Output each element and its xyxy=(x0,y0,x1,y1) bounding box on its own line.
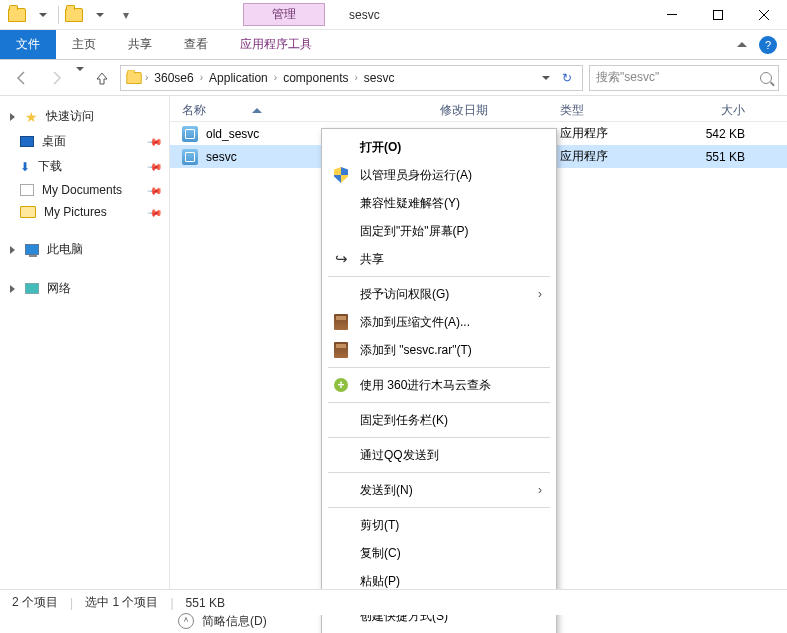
desktop-icon xyxy=(20,136,34,147)
ribbon-tab-home[interactable]: 主页 xyxy=(56,30,112,59)
ctx-qq-send[interactable]: 通过QQ发送到 xyxy=(322,441,556,469)
arrow-right-icon xyxy=(48,70,64,86)
ctx-send-to[interactable]: 发送到(N) › xyxy=(322,476,556,504)
file-size: 542 KB xyxy=(676,127,775,141)
nav-history-dropdown[interactable] xyxy=(76,71,84,85)
ctx-pin-start[interactable]: 固定到"开始"屏幕(P) xyxy=(322,217,556,245)
maximize-button[interactable] xyxy=(695,0,741,30)
chevron-right-icon: › xyxy=(274,72,277,83)
pin-icon: 📌 xyxy=(147,204,163,220)
archive-icon xyxy=(334,314,348,330)
sidebar-item-my-pictures[interactable]: My Pictures 📌 xyxy=(0,201,169,223)
ctx-label: 复制(C) xyxy=(360,545,401,562)
search-input[interactable]: 搜索"sesvc" xyxy=(589,65,779,91)
column-header-size[interactable]: 大小 xyxy=(676,102,775,119)
menu-separator xyxy=(328,437,550,438)
sidebar-item-desktop[interactable]: 桌面 📌 xyxy=(0,129,169,154)
menu-separator xyxy=(328,276,550,277)
refresh-icon[interactable]: ↻ xyxy=(556,71,578,85)
column-headers: 名称 修改日期 类型 大小 xyxy=(170,96,787,122)
ctx-label: 使用 360进行木马云查杀 xyxy=(360,377,491,394)
details-toggle[interactable]: ＾ 简略信息(D) xyxy=(178,609,267,633)
share-icon: ↪ xyxy=(332,250,350,268)
breadcrumb-seg-1[interactable]: Application xyxy=(205,71,272,85)
column-header-type[interactable]: 类型 xyxy=(560,102,676,119)
chevron-right-icon: › xyxy=(355,72,358,83)
star-icon: ★ xyxy=(25,109,38,125)
ctx-label: 添加到 "sesvc.rar"(T) xyxy=(360,342,472,359)
file-name: old_sesvc xyxy=(206,127,259,141)
sidebar-item-my-documents[interactable]: My Documents 📌 xyxy=(0,179,169,201)
sidebar-item-network[interactable]: 网络 xyxy=(0,276,169,301)
ctx-grant-access[interactable]: 授予访问权限(G) › xyxy=(322,280,556,308)
nav-up-button[interactable] xyxy=(90,66,114,90)
contextual-tab-manage[interactable]: 管理 xyxy=(243,3,325,26)
nav-back-button[interactable] xyxy=(8,64,36,92)
qat-folder-icon-2[interactable] xyxy=(63,4,85,26)
ctx-share[interactable]: ↪ 共享 xyxy=(322,245,556,273)
svg-rect-1 xyxy=(714,10,723,19)
nav-forward-button[interactable] xyxy=(42,64,70,92)
ribbon-collapse-icon[interactable] xyxy=(737,42,747,47)
ribbon-tab-share[interactable]: 共享 xyxy=(112,30,168,59)
file-size: 551 KB xyxy=(676,150,775,164)
sidebar-item-label: 下载 xyxy=(38,158,62,175)
qat-dropdown-1[interactable] xyxy=(32,4,54,26)
ribbon-tab-view[interactable]: 查看 xyxy=(168,30,224,59)
ctx-add-to-archive[interactable]: 添加到压缩文件(A)... xyxy=(322,308,556,336)
ribbon-tab-app-tools[interactable]: 应用程序工具 xyxy=(224,30,328,59)
window-title: sesvc xyxy=(349,8,380,22)
help-icon[interactable]: ? xyxy=(759,36,777,54)
antivirus-icon xyxy=(334,378,348,392)
ctx-run-as-admin[interactable]: 以管理员身份运行(A) xyxy=(322,161,556,189)
sort-asc-icon xyxy=(252,108,262,113)
ctx-scan-360[interactable]: 使用 360进行木马云查杀 xyxy=(322,371,556,399)
menu-separator xyxy=(328,507,550,508)
ctx-label: 发送到(N) xyxy=(360,482,413,499)
ctx-open[interactable]: 打开(O) xyxy=(322,133,556,161)
qat-customize[interactable]: ▾ xyxy=(115,4,137,26)
sidebar-item-quick-access[interactable]: ★ 快速访问 xyxy=(0,104,169,129)
breadcrumb-dropdown[interactable] xyxy=(538,76,554,80)
computer-icon xyxy=(25,244,39,255)
status-selected-size: 551 KB xyxy=(186,596,225,610)
ctx-cut[interactable]: 剪切(T) xyxy=(322,511,556,539)
column-header-date[interactable]: 修改日期 xyxy=(440,102,560,119)
ctx-label: 授予访问权限(G) xyxy=(360,286,449,303)
ctx-add-to-rar[interactable]: 添加到 "sesvc.rar"(T) xyxy=(322,336,556,364)
ribbon-tab-file[interactable]: 文件 xyxy=(0,30,56,59)
column-label: 名称 xyxy=(182,102,206,119)
ctx-label: 固定到"开始"屏幕(P) xyxy=(360,223,469,240)
chevron-right-icon: › xyxy=(200,72,203,83)
breadcrumb-seg-2[interactable]: components xyxy=(279,71,352,85)
ctx-pin-taskbar[interactable]: 固定到任务栏(K) xyxy=(322,406,556,434)
menu-separator xyxy=(328,367,550,368)
file-name: sesvc xyxy=(206,150,237,164)
search-icon xyxy=(760,72,772,84)
qat-dropdown-2[interactable] xyxy=(89,4,111,26)
sidebar-item-downloads[interactable]: ⬇ 下载 📌 xyxy=(0,154,169,179)
search-placeholder: 搜索"sesvc" xyxy=(596,69,659,86)
chevron-right-icon: › xyxy=(538,287,542,301)
sidebar-item-label: 快速访问 xyxy=(46,108,94,125)
details-toggle-label: 简略信息(D) xyxy=(202,613,267,630)
context-menu: 打开(O) 以管理员身份运行(A) 兼容性疑难解答(Y) 固定到"开始"屏幕(P… xyxy=(321,128,557,633)
breadcrumb-seg-3[interactable]: sesvc xyxy=(360,71,399,85)
minimize-button[interactable] xyxy=(649,0,695,30)
ctx-label: 固定到任务栏(K) xyxy=(360,412,448,429)
column-header-name[interactable]: 名称 xyxy=(182,102,440,119)
pin-icon: 📌 xyxy=(147,133,163,149)
breadcrumb-folder-icon xyxy=(126,72,141,84)
breadcrumb-seg-0[interactable]: 360se6 xyxy=(150,71,197,85)
sidebar-item-this-pc[interactable]: 此电脑 xyxy=(0,237,169,262)
ctx-label: 以管理员身份运行(A) xyxy=(360,167,472,184)
menu-separator xyxy=(328,402,550,403)
breadcrumb[interactable]: › 360se6 › Application › components › se… xyxy=(120,65,583,91)
application-icon xyxy=(182,149,198,165)
close-button[interactable] xyxy=(741,0,787,30)
ctx-compat-troubleshoot[interactable]: 兼容性疑难解答(Y) xyxy=(322,189,556,217)
qat-folder-icon[interactable] xyxy=(6,4,28,26)
chevron-up-icon: ＾ xyxy=(178,613,194,629)
ctx-copy[interactable]: 复制(C) xyxy=(322,539,556,567)
ctx-label: 添加到压缩文件(A)... xyxy=(360,314,470,331)
